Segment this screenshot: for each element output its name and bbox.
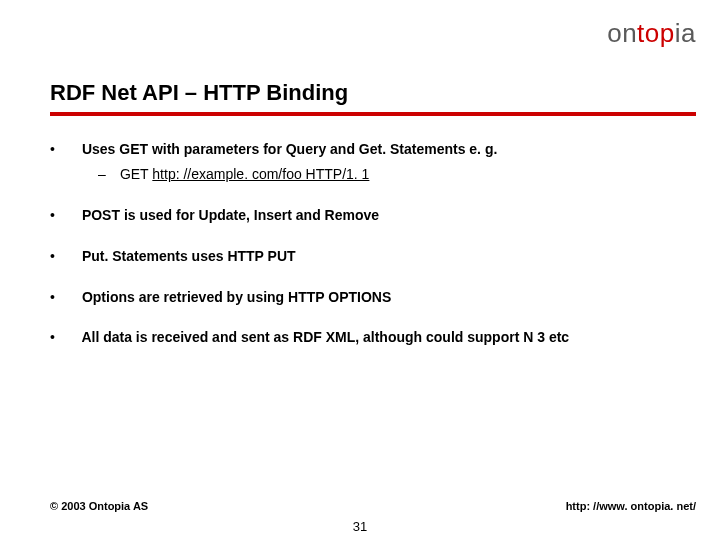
bullet-text: Put. Statements uses HTTP PUT [82, 248, 296, 264]
bullet-item: All data is received and sent as RDF XML… [50, 328, 680, 347]
page-number: 31 [0, 519, 720, 534]
sub-bullet-list: GET http: //example. com/foo HTTP/1. 1 [98, 165, 680, 184]
logo-part-top: top [637, 18, 675, 48]
slide-content: Uses GET with parameters for Query and G… [50, 140, 680, 369]
logo-part-on: on [607, 18, 637, 48]
title-divider [50, 112, 696, 116]
bullet-item: Put. Statements uses HTTP PUT [50, 247, 680, 266]
example-url-link[interactable]: http: //example. com/foo HTTP/1. 1 [152, 166, 369, 182]
sub-prefix: GET [120, 166, 152, 182]
bullet-text: Uses GET with parameters for Query and G… [82, 141, 497, 157]
bullet-item: POST is used for Update, Insert and Remo… [50, 206, 680, 225]
bullet-text: POST is used for Update, Insert and Remo… [82, 207, 379, 223]
brand-logo: ontopia [607, 18, 696, 49]
bullet-text: Options are retrieved by using HTTP OPTI… [82, 289, 391, 305]
sub-bullet-item: GET http: //example. com/foo HTTP/1. 1 [98, 165, 680, 184]
bullet-item: Options are retrieved by using HTTP OPTI… [50, 288, 680, 307]
logo-part-ia: ia [675, 18, 696, 48]
bullet-list: Uses GET with parameters for Query and G… [50, 140, 680, 347]
bullet-item: Uses GET with parameters for Query and G… [50, 140, 680, 184]
footer-url: http: //www. ontopia. net/ [566, 500, 696, 512]
footer-copyright: © 2003 Ontopia AS [50, 500, 148, 512]
slide-title: RDF Net API – HTTP Binding [50, 80, 348, 106]
bullet-text: All data is received and sent as RDF XML… [81, 329, 569, 345]
